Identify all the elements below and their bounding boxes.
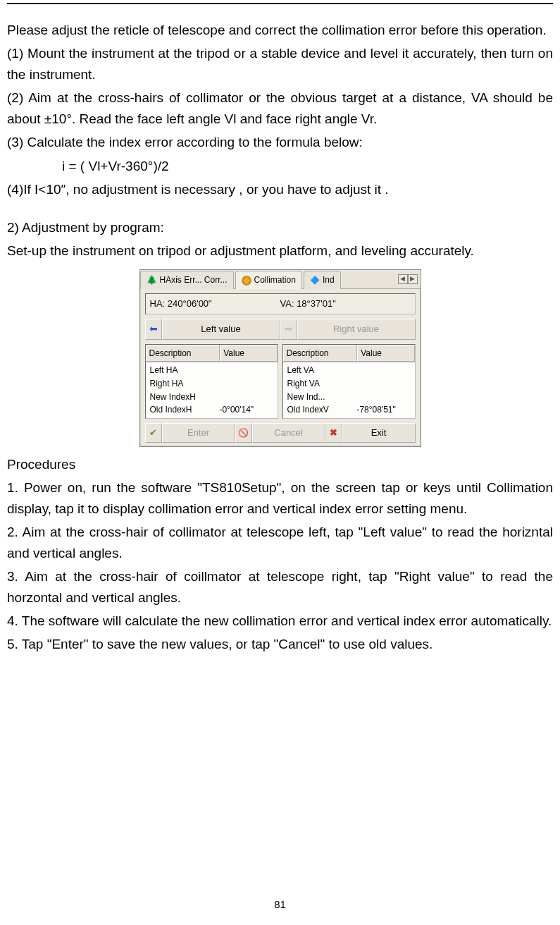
arrow-left-icon [149, 321, 158, 337]
col-description: Description [283, 345, 358, 362]
list-item: Right VA [285, 377, 413, 391]
tab-collimation-label: Collimation [254, 274, 296, 287]
intro-text: Please adjust the reticle of telescope a… [7, 20, 553, 40]
step-2: (2) Aim at the cross-hairs of collimator… [7, 87, 553, 129]
tab-scroll-right[interactable]: ▶ [408, 274, 418, 284]
page-top-rule [7, 3, 553, 4]
list-item: Left HA [147, 364, 276, 377]
col-description: Description [146, 345, 220, 362]
va-value: 18°37'01" [297, 298, 336, 309]
list-item: New IndexH [147, 391, 276, 404]
ha-value: 240°06'00" [168, 298, 212, 309]
exit-icon-button[interactable] [325, 423, 342, 443]
index-icon [310, 274, 320, 287]
list-item: New Ind... [285, 391, 413, 404]
ha-label: HA: [150, 298, 166, 309]
step-3: (3) Calculate the index error according … [7, 132, 553, 152]
tab-scroll-arrows: ◀ ▶ [398, 270, 421, 288]
va-label: VA: [280, 298, 294, 309]
collimation-dialog: HAxis Err... Corr... Collimation Ind ◀ ▶… [139, 269, 421, 447]
right-value-list[interactable]: Description Value Left VA Right VA New I… [282, 344, 416, 419]
step-4: (4)If I<10″, no adjustment is necessary … [7, 179, 553, 200]
tab-haxis-err[interactable]: HAxis Err... Corr... [140, 271, 234, 289]
left-value-list[interactable]: Description Value Left HA Right HA New I… [145, 344, 278, 419]
exit-button[interactable]: Exit [342, 423, 416, 443]
enter-button[interactable]: Enter [162, 423, 235, 443]
tab-haxis-label: HAxis Err... Corr... [160, 274, 228, 287]
adjustment-body: Set-up the instrument on tripod or adjus… [7, 240, 553, 261]
page-number: 81 [0, 896, 560, 912]
left-value-button[interactable]: Left value [162, 319, 280, 340]
list-item: Right HA [147, 377, 276, 391]
procedure-5: 5. Tap "Enter" to save the new values, o… [7, 634, 553, 654]
list-item: Old IndexV-78°08'51" [285, 403, 413, 417]
tab-strip: HAxis Err... Corr... Collimation Ind ◀ ▶ [140, 270, 421, 289]
right-arrow-button[interactable] [280, 319, 297, 340]
col-value: Value [220, 345, 277, 362]
tab-collimation[interactable]: Collimation [235, 271, 302, 289]
procedure-2: 2. Aim at the cross-hair of collimator a… [7, 522, 553, 563]
no-entry-icon [238, 426, 249, 440]
check-icon [149, 426, 157, 440]
tab-ind[interactable]: Ind [304, 271, 341, 289]
col-value: Value [357, 345, 414, 362]
tab-ind-label: Ind [323, 274, 335, 287]
tree-icon [147, 274, 157, 287]
step-1: (1) Mount the instrument at the tripod o… [7, 43, 553, 85]
right-value-button[interactable]: Right value [297, 319, 416, 340]
left-arrow-button[interactable] [145, 319, 162, 340]
angle-readout: HA: 240°06'00" VA: 18°37'01" [145, 293, 416, 314]
list-item: Left VA [285, 364, 413, 377]
list-item: Old IndexH-0°00'14" [147, 403, 276, 417]
procedures-heading: Procedures [7, 454, 553, 474]
adjustment-heading: 2) Adjustment by program: [7, 217, 553, 238]
procedure-3: 3. Aim at the cross-hair of coillmator a… [7, 566, 553, 608]
cancel-icon-button[interactable] [235, 423, 252, 443]
collimation-icon [242, 276, 251, 286]
arrow-right-icon [285, 321, 293, 337]
enter-icon-button[interactable] [145, 423, 162, 443]
tab-body: HA: 240°06'00" VA: 18°37'01" Left value … [140, 289, 421, 446]
tab-scroll-left[interactable]: ◀ [398, 274, 408, 284]
close-icon [330, 426, 337, 440]
procedure-4: 4. The software will calculate the new c… [7, 611, 553, 631]
formula: i = ( Vl+Vr-360°)/2 [7, 156, 553, 176]
cancel-button[interactable]: Cancel [252, 423, 325, 443]
procedure-1: 1. Power on, run the software "TS810Setu… [7, 477, 553, 519]
